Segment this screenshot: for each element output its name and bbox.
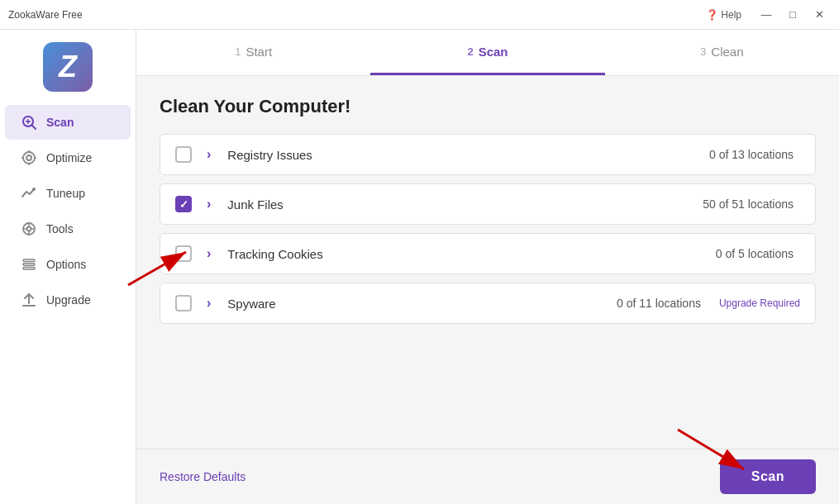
step-start[interactable]: 1 Start bbox=[136, 30, 370, 75]
step-scan[interactable]: 2 Scan bbox=[370, 30, 604, 75]
sidebar-item-optimize[interactable]: Optimize bbox=[5, 140, 131, 175]
sidebar-optimize-label: Optimize bbox=[46, 151, 92, 164]
sidebar-item-options[interactable]: Options bbox=[5, 247, 131, 282]
item-name-registry: Registry Issues bbox=[227, 148, 698, 162]
item-name-spyware: Spyware bbox=[227, 297, 605, 311]
item-count-junk: 50 of 51 locations bbox=[703, 197, 794, 211]
checkbox-spyware[interactable] bbox=[175, 295, 192, 311]
chevron-junk[interactable]: › bbox=[207, 197, 211, 212]
sidebar-tools-label: Tools bbox=[46, 222, 74, 235]
sidebar-upgrade-label: Upgrade bbox=[46, 293, 91, 307]
sidebar-options-label: Options bbox=[46, 258, 86, 271]
title-bar: ZookaWare Free ❓ Help — □ ✕ bbox=[0, 0, 839, 30]
step-1-label: Start bbox=[246, 45, 272, 59]
step-2-label: Scan bbox=[479, 45, 508, 59]
content-area: Clean Your Computer! ›Registry Issues0 o… bbox=[136, 76, 839, 449]
minimize-button[interactable]: — bbox=[755, 3, 778, 26]
help-button[interactable]: ❓ Help bbox=[706, 9, 741, 21]
main-content: 1 Start 2 Scan 3 Clean Clean Your Comput… bbox=[136, 30, 839, 504]
sidebar-tuneup-label: Tuneup bbox=[46, 187, 85, 200]
app-logo: Z bbox=[43, 42, 93, 92]
sidebar-scan-label: Scan bbox=[46, 116, 74, 129]
nav-items: Scan Optimize bbox=[0, 104, 136, 318]
scan-item-spyware[interactable]: ›Spyware0 of 11 locationsUpgrade Require… bbox=[160, 283, 816, 324]
checkbox-registry[interactable] bbox=[175, 146, 192, 163]
app-name: ZookaWare Free bbox=[8, 9, 83, 21]
bottom-bar: Restore Defaults Scan bbox=[136, 449, 839, 504]
svg-point-5 bbox=[26, 155, 31, 160]
checkbox-junk[interactable] bbox=[175, 196, 192, 212]
title-bar-right: ❓ Help — □ ✕ bbox=[706, 3, 831, 26]
item-count-registry: 0 of 13 locations bbox=[709, 148, 794, 161]
chevron-spyware[interactable]: › bbox=[207, 296, 211, 311]
item-count-cookies: 0 of 5 locations bbox=[716, 247, 794, 260]
scan-icon bbox=[20, 113, 38, 131]
chevron-cookies[interactable]: › bbox=[207, 246, 211, 261]
restore-defaults-button[interactable]: Restore Defaults bbox=[160, 470, 246, 483]
sidebar: Z Scan bbox=[0, 30, 136, 504]
chevron-registry[interactable]: › bbox=[207, 147, 211, 162]
sidebar-item-tools[interactable]: Tools bbox=[5, 212, 131, 246]
checkbox-cookies[interactable] bbox=[175, 245, 192, 262]
step-1-number: 1 bbox=[235, 45, 241, 58]
options-icon bbox=[20, 255, 38, 273]
scan-button[interactable]: Scan bbox=[720, 459, 816, 494]
title-bar-left: ZookaWare Free bbox=[8, 9, 83, 21]
scan-items-container: ›Registry Issues0 of 13 locations›Junk F… bbox=[160, 134, 816, 324]
sidebar-item-tuneup[interactable]: Tuneup bbox=[5, 176, 131, 211]
step-clean[interactable]: 3 Clean bbox=[605, 30, 839, 75]
svg-rect-19 bbox=[23, 264, 35, 266]
item-count-spyware: 0 of 11 locations bbox=[617, 297, 701, 310]
step-3-label: Clean bbox=[711, 45, 743, 59]
step-3-number: 3 bbox=[700, 45, 706, 58]
scan-item-cookies[interactable]: ›Tracking Cookies0 of 5 locations bbox=[160, 233, 816, 274]
sidebar-item-upgrade[interactable]: Upgrade bbox=[5, 283, 131, 317]
steps-header: 1 Start 2 Scan 3 Clean bbox=[136, 30, 839, 76]
scan-item-junk[interactable]: ›Junk Files50 of 51 locations bbox=[160, 183, 816, 225]
tuneup-icon bbox=[20, 184, 38, 202]
tools-icon bbox=[20, 220, 38, 238]
logo-container: Z bbox=[39, 38, 97, 96]
svg-point-13 bbox=[27, 227, 31, 231]
item-name-junk: Junk Files bbox=[227, 197, 691, 212]
upgrade-badge-spyware[interactable]: Upgrade Required bbox=[719, 297, 800, 309]
sidebar-item-scan[interactable]: Scan bbox=[5, 105, 131, 140]
help-icon: ❓ bbox=[706, 9, 718, 21]
optimize-icon bbox=[20, 149, 38, 167]
close-button[interactable]: ✕ bbox=[808, 3, 831, 26]
upgrade-icon bbox=[20, 291, 38, 309]
svg-line-1 bbox=[32, 126, 36, 130]
svg-rect-18 bbox=[23, 259, 35, 262]
svg-rect-20 bbox=[23, 268, 35, 270]
item-name-cookies: Tracking Cookies bbox=[227, 247, 704, 261]
svg-point-4 bbox=[23, 152, 35, 164]
step-2-number: 2 bbox=[467, 45, 473, 58]
scan-item-registry[interactable]: ›Registry Issues0 of 13 locations bbox=[160, 134, 816, 175]
maximize-button[interactable]: □ bbox=[781, 3, 804, 26]
page-title: Clean Your Computer! bbox=[160, 96, 816, 117]
app-body: Z Scan bbox=[0, 30, 839, 504]
